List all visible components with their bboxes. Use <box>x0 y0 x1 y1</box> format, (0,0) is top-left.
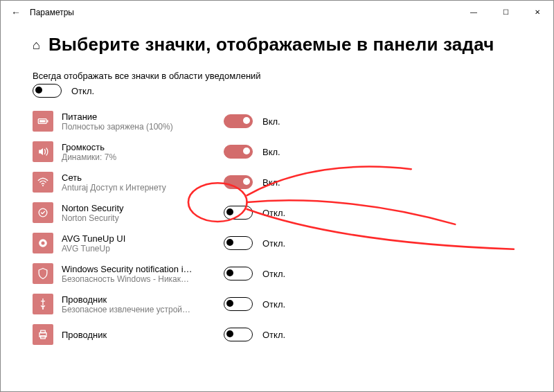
list-item: ГромкостьДинамики: 7%Вкл. <box>33 136 521 167</box>
item-toggle-label: Откл. <box>262 330 285 340</box>
item-toggle[interactable] <box>224 267 253 280</box>
avg-icon <box>33 233 53 253</box>
content-area: ⌂ Выберите значки, отображаемые в панели… <box>1 24 553 391</box>
list-item: ПроводникБезопасное извлечение устройств… <box>33 289 521 319</box>
always-show-link[interactable]: Всегда отображать все значки в области у… <box>33 71 521 81</box>
item-toggle-wrap: Вкл. <box>224 145 280 159</box>
page-title: Выберите значки, отображаемые в панели з… <box>48 34 494 55</box>
item-toggle-label: Вкл. <box>262 147 280 157</box>
window-controls: — ☐ ✕ <box>458 1 553 23</box>
svg-rect-9 <box>41 330 46 332</box>
item-title: Проводник <box>62 330 193 340</box>
svg-rect-2 <box>39 120 45 122</box>
item-title: Norton Security <box>62 203 193 213</box>
item-toggle-wrap: Откл. <box>224 297 285 311</box>
item-labels: ПитаниеПолностью заряжена (100%) <box>62 112 193 132</box>
item-labels: Norton SecurityNorton Security <box>62 203 193 223</box>
item-subtitle: Anturaj Доступ к Интернету <box>62 183 193 193</box>
item-subtitle: Norton Security <box>62 213 193 223</box>
item-labels: Windows Security notification iconБезопа… <box>62 264 193 284</box>
norton-icon <box>33 202 53 223</box>
list-item: AVG TuneUp UIAVG TuneUpОткл. <box>33 228 521 258</box>
page-heading-row: ⌂ Выберите значки, отображаемые в панели… <box>33 34 521 55</box>
item-labels: Проводник <box>62 330 193 340</box>
item-toggle[interactable] <box>224 175 253 189</box>
svg-rect-1 <box>47 120 48 122</box>
item-toggle-label: Откл. <box>262 238 285 249</box>
list-item: ПроводникОткл. <box>33 319 521 350</box>
close-button[interactable]: ✕ <box>521 1 553 23</box>
item-subtitle: Динамики: 7% <box>62 152 193 162</box>
window-title: Параметры <box>30 8 74 17</box>
list-item: СетьAnturaj Доступ к ИнтернетуВкл. <box>33 167 521 197</box>
svg-point-6 <box>42 242 45 245</box>
shield-icon <box>33 263 53 284</box>
item-toggle[interactable] <box>224 328 253 341</box>
back-button[interactable]: ← <box>6 3 26 22</box>
list-item: ПитаниеПолностью заряжена (100%)Вкл. <box>33 106 521 136</box>
item-toggle-wrap: Вкл. <box>224 114 280 128</box>
item-toggle-wrap: Откл. <box>224 206 285 220</box>
items-list: ПитаниеПолностью заряжена (100%)Вкл.Гром… <box>33 106 521 350</box>
print-icon <box>33 324 53 345</box>
master-toggle[interactable] <box>33 84 62 98</box>
item-labels: AVG TuneUp UIAVG TuneUp <box>62 233 193 253</box>
maximize-button[interactable]: ☐ <box>490 1 521 23</box>
home-icon[interactable]: ⌂ <box>33 39 40 51</box>
usb-icon <box>33 294 53 314</box>
item-toggle-wrap: Вкл. <box>224 175 280 189</box>
item-subtitle: AVG TuneUp <box>62 244 193 253</box>
item-toggle[interactable] <box>224 297 253 311</box>
wifi-icon <box>33 172 53 193</box>
item-toggle-wrap: Откл. <box>224 267 285 280</box>
back-arrow-icon: ← <box>11 7 21 18</box>
item-subtitle: Полностью заряжена (100%) <box>62 122 193 132</box>
titlebar: ← Параметры — ☐ ✕ <box>1 1 553 24</box>
item-toggle-wrap: Откл. <box>224 328 285 341</box>
svg-point-7 <box>42 308 44 310</box>
master-toggle-row: Откл. <box>33 84 521 98</box>
item-subtitle: Безопасность Windows - Никаких... <box>62 274 193 284</box>
item-toggle[interactable] <box>224 145 253 159</box>
item-title: Windows Security notification icon <box>62 264 193 274</box>
master-toggle-label: Откл. <box>71 86 94 96</box>
item-title: Сеть <box>62 172 193 183</box>
item-labels: ПроводникБезопасное извлечение устройств… <box>62 294 193 314</box>
item-toggle[interactable] <box>224 236 253 250</box>
item-title: Питание <box>62 112 193 122</box>
item-toggle-label: Откл. <box>262 269 285 279</box>
item-toggle[interactable] <box>224 206 253 220</box>
list-item: Windows Security notification iconБезопа… <box>33 258 521 289</box>
volume-icon <box>33 141 53 162</box>
svg-point-3 <box>42 185 44 186</box>
item-title: Проводник <box>62 294 193 305</box>
item-toggle-label: Вкл. <box>262 116 280 127</box>
list-item: Norton SecurityNorton SecurityОткл. <box>33 197 521 228</box>
item-toggle-label: Вкл. <box>262 177 280 188</box>
item-labels: СетьAnturaj Доступ к Интернету <box>62 172 193 193</box>
item-title: Громкость <box>62 142 193 152</box>
item-title: AVG TuneUp UI <box>62 233 193 244</box>
battery-icon <box>33 111 53 132</box>
minimize-button[interactable]: — <box>458 1 490 23</box>
item-toggle-wrap: Откл. <box>224 236 285 250</box>
item-toggle-label: Откл. <box>262 299 285 310</box>
item-toggle-label: Откл. <box>262 208 285 218</box>
item-labels: ГромкостьДинамики: 7% <box>62 142 193 162</box>
item-subtitle: Безопасное извлечение устройств... <box>62 305 193 314</box>
item-toggle[interactable] <box>224 114 253 128</box>
